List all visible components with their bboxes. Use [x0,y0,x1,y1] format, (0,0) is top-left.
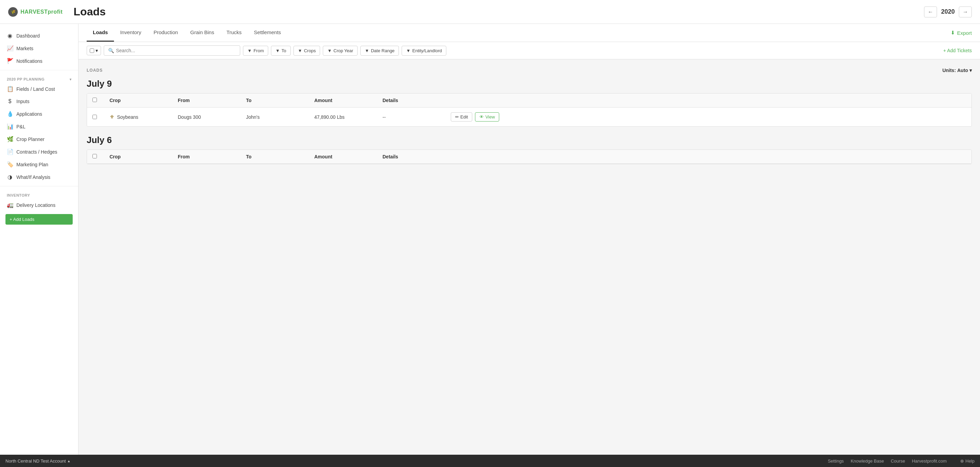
filter-crop-year-button[interactable]: ▼ Crop Year [323,46,358,56]
markets-icon: 📈 [7,45,13,51]
crop-name: Soybeans [117,114,138,120]
col-details-2: Details [377,150,445,164]
account-arrow-icon: ▲ [67,459,71,463]
col-from: From [172,94,240,107]
page-title: Loads [74,5,924,18]
sidebar-item-label: Contracts / Hedges [16,149,57,155]
filter-date-range-button[interactable]: ▼ Date Range [360,46,399,56]
export-button[interactable]: ⬇ Export [951,30,972,36]
sidebar-item-pl[interactable]: 📊 P&L [0,120,78,133]
col-crop-2: Crop [104,150,172,164]
harvestprofit-link[interactable]: Harvestprofit.com [912,459,947,464]
course-link[interactable]: Course [891,459,905,464]
tab-grain-bins[interactable]: Grain Bins [184,24,220,41]
main-content: Loads Inventory Production Grain Bins Tr… [78,24,980,455]
tab-settlements[interactable]: Settlements [248,24,287,41]
sidebar-item-markets[interactable]: 📈 Markets [0,42,78,55]
units-text: Units: [942,68,956,73]
add-loads-button[interactable]: + Add Loads [5,214,73,225]
search-input[interactable] [116,48,236,53]
marketing-icon: 🏷️ [7,161,13,167]
row-amount-cell: 47,890.00 Lbs [309,110,377,124]
filter-from-button[interactable]: ▼ From [243,46,268,56]
delivery-icon: 🚛 [7,202,13,208]
help-button[interactable]: ⊗ Help [960,459,975,464]
sidebar-item-crop-planner[interactable]: 🌿 Crop Planner [0,133,78,145]
table-header: Crop From To Amount Details [87,94,972,108]
next-year-button[interactable]: → [959,6,972,18]
select-all-checkbox[interactable]: ▾ [87,46,101,55]
prev-year-button[interactable]: ← [924,6,937,18]
sidebar-item-dashboard[interactable]: ◉ Dashboard [0,29,78,42]
filter-icon: ▼ [327,48,332,53]
knowledge-base-link[interactable]: Knowledge Base [851,459,884,464]
filter-icon: ▼ [298,48,302,53]
filter-to-button[interactable]: ▼ To [271,46,291,56]
sidebar-item-inputs[interactable]: $ Inputs [0,95,78,108]
year-nav: ← 2020 → [924,6,972,18]
soybean-icon: ⚜ [110,114,114,120]
sidebar-item-marketing[interactable]: 🏷️ Marketing Plan [0,158,78,171]
filter-label: Entity/Landlord [412,48,442,53]
filter-label: Crop Year [333,48,353,53]
sidebar-item-notifications[interactable]: 🚩 Notifications [0,55,78,67]
action-buttons: ✏ Edit 👁 View [451,112,499,121]
inventory-label-text: INVENTORY [7,193,30,197]
logo-text: HARVESTprofit [21,9,63,15]
tab-inventory[interactable]: Inventory [114,24,147,41]
crop-planner-icon: 🌿 [7,136,13,142]
sidebar-item-label: Delivery Locations [16,202,55,208]
select-all-input[interactable] [90,48,94,53]
applications-icon: 💧 [7,111,13,117]
filter-crops-button[interactable]: ▼ Crops [293,46,320,56]
export-icon: ⬇ [951,30,955,36]
dashboard-icon: ◉ [7,32,13,39]
sidebar-item-delivery[interactable]: 🚛 Delivery Locations [0,199,78,211]
tab-production[interactable]: Production [147,24,184,41]
tab-loads[interactable]: Loads [87,24,114,41]
filter-bar: ▾ 🔍 ▼ From ▼ To ▼ Crops [78,42,980,59]
sidebar-item-whatif[interactable]: ◑ What/If Analysis [0,171,78,183]
col-amount-2: Amount [309,150,377,164]
settings-link[interactable]: Settings [828,459,844,464]
header-checkbox[interactable] [92,98,97,102]
bottom-bar: North Central ND Test Account ▲ Settings… [0,455,980,467]
filter-icon: ▼ [406,48,410,53]
tabs: Loads Inventory Production Grain Bins Tr… [87,24,287,41]
tab-trucks[interactable]: Trucks [220,24,248,41]
pl-icon: 📊 [7,123,13,130]
date-heading-2: July 6 [87,135,972,145]
col-crop: Crop [104,94,172,107]
sidebar-item-label: What/If Analysis [16,174,51,180]
sidebar-item-label: Dashboard [16,33,40,38]
add-tickets-button[interactable]: + Add Tickets [943,48,972,53]
filter-label: From [253,48,264,53]
flag-icon: 🚩 [7,58,13,64]
loads-header: LOADS Units: Auto ▾ [87,68,972,73]
row-checkbox[interactable] [92,115,97,119]
sidebar-item-label: P&L [16,124,25,129]
loads-table-2: Crop From To Amount Details [87,150,972,164]
planning-section-label[interactable]: 2020 PP PLANNING ▾ [0,73,78,83]
view-button[interactable]: 👁 View [475,112,499,121]
account-selector[interactable]: North Central ND Test Account ▲ [5,459,71,464]
view-icon: 👁 [479,114,484,120]
col-actions-2 [445,150,972,164]
sidebar-item-label: Crop Planner [16,137,45,142]
sidebar-item-fields[interactable]: 📋 Fields / Land Cost [0,83,78,95]
edit-icon: ✏ [455,114,459,120]
units-value[interactable]: Auto ▾ [957,68,972,73]
sidebar-item-applications[interactable]: 💧 Applications [0,108,78,120]
logo-area: 🌾 HARVESTprofit [8,7,63,17]
app-wrapper: 🌾 HARVESTprofit Loads ← 2020 → ◉ Dashboa… [0,0,980,467]
loads-table: Crop From To Amount Details [87,93,972,127]
logo-icon: 🌾 [8,7,18,17]
sidebar-item-label: Inputs [16,99,29,104]
header-checkbox-2[interactable] [92,154,97,158]
sidebar-item-contracts[interactable]: 📄 Contracts / Hedges [0,145,78,158]
edit-button[interactable]: ✏ Edit [451,112,472,121]
filter-entity-button[interactable]: ▼ Entity/Landlord [402,46,446,56]
col-actions [445,94,972,107]
main-area: ◉ Dashboard 📈 Markets 🚩 Notifications 20… [0,24,980,455]
col-checkbox [87,94,104,107]
